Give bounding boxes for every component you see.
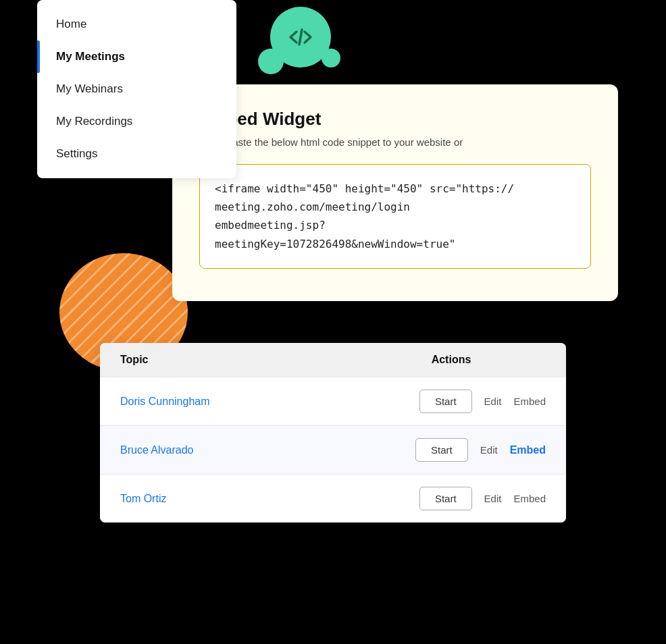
meetings-table: Topic Actions Doris Cunningham Start Edi… [100, 343, 566, 522]
edit-link[interactable]: Edit [484, 493, 502, 504]
sidebar-item-my-recordings[interactable]: My Recordings [37, 105, 236, 138]
table-row: Tom Ortiz Start Edit Embed [100, 474, 566, 522]
edit-link[interactable]: Edit [480, 444, 498, 456]
sidebar-item-my-meetings[interactable]: My Meetings [37, 41, 236, 73]
sidebar-item-label: My Webinars [56, 82, 123, 96]
sidebar-item-home[interactable]: Home [37, 8, 236, 41]
row-actions: Start Edit Embed [357, 487, 546, 510]
sidebar-item-settings[interactable]: Settings [37, 138, 236, 170]
edit-link[interactable]: Edit [484, 396, 502, 407]
embed-link[interactable]: Embed [513, 493, 546, 504]
code-bubble-small2 [322, 49, 340, 68]
embed-code-icon [286, 23, 315, 51]
code-bubble-small [258, 49, 284, 74]
sidebar-item-label: My Meetings [56, 50, 125, 63]
row-actions: Start Edit Embed [357, 390, 546, 413]
column-actions: Actions [357, 354, 546, 366]
table-header: Topic Actions [100, 343, 566, 377]
start-button[interactable]: Start [419, 487, 472, 510]
embed-widget-card: Embed Widget Copy/Paste the below html c… [172, 84, 618, 301]
svg-line-0 [299, 30, 302, 45]
sidebar-item-label: Settings [56, 147, 97, 161]
embed-link-active[interactable]: Embed [510, 444, 546, 456]
sidebar-item-label: Home [56, 18, 86, 31]
row-actions: Start Edit Embed [357, 438, 546, 462]
sidebar-item-my-webinars[interactable]: My Webinars [37, 73, 236, 105]
embed-widget-subtitle: Copy/Paste the below html code snippet t… [199, 136, 591, 148]
embed-link[interactable]: Embed [513, 396, 546, 407]
meeting-topic[interactable]: Bruce Alvarado [120, 444, 357, 456]
embed-code-box[interactable]: <iframe width="450" height="450" src="ht… [199, 164, 591, 269]
table-row: Bruce Alvarado Start Edit Embed [100, 425, 566, 474]
sidebar-item-label: My Recordings [56, 115, 132, 128]
start-button[interactable]: Start [419, 390, 472, 413]
column-topic: Topic [120, 354, 357, 366]
embed-widget-title: Embed Widget [199, 109, 591, 130]
meeting-topic[interactable]: Doris Cunningham [120, 396, 357, 408]
meeting-topic[interactable]: Tom Ortiz [120, 493, 357, 505]
sidebar: Home My Meetings My Webinars My Recordin… [37, 0, 236, 178]
table-row: Doris Cunningham Start Edit Embed [100, 377, 566, 425]
code-icon-container [270, 7, 331, 68]
start-button[interactable]: Start [415, 438, 468, 462]
